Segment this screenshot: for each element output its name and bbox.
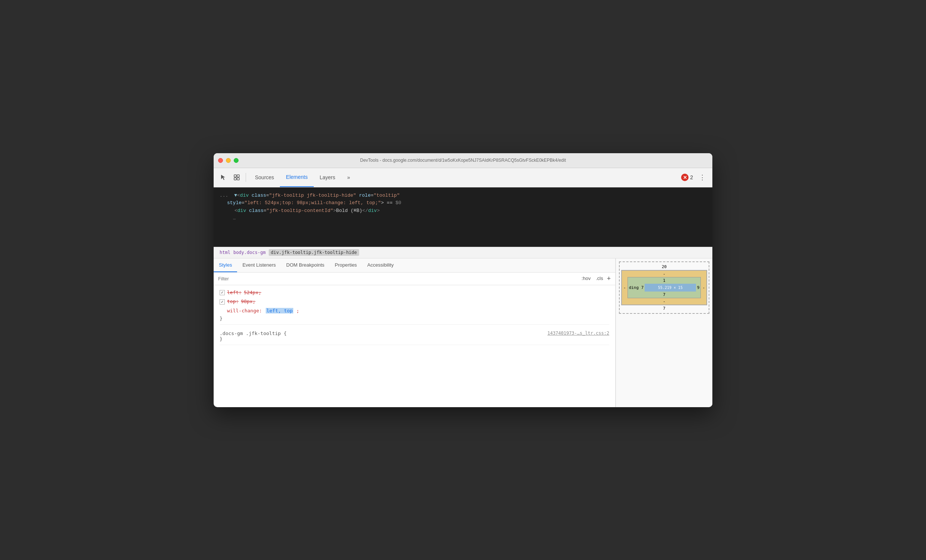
toolbar-separator <box>246 173 246 182</box>
add-rule-button[interactable]: + <box>607 275 611 282</box>
tab-elements[interactable]: Elements <box>280 168 313 187</box>
dom-area: ... ▼ < div class = "jfk-tooltip jfk-too… <box>213 187 713 247</box>
svg-rect-2 <box>234 178 236 180</box>
lower-panel: Styles Event Listeners DOM Breakpoints P… <box>213 258 713 407</box>
more-button[interactable]: ⋮ <box>696 172 709 183</box>
cursor-icon[interactable] <box>217 171 229 183</box>
error-badge[interactable]: ✕ 2 <box>681 174 693 181</box>
svg-rect-1 <box>237 175 239 177</box>
svg-rect-0 <box>234 175 236 177</box>
dom-line-2: style = "left: 524px;top: 98px;will-chan… <box>227 199 707 207</box>
css-value-highlight: left, top <box>266 308 293 314</box>
error-count: 2 <box>690 174 693 180</box>
tab-overflow[interactable]: » <box>341 168 356 187</box>
close-button[interactable] <box>218 158 223 163</box>
css-checkbox-top[interactable]: ✓ <box>219 299 225 305</box>
tab-styles[interactable]: Styles <box>213 258 237 272</box>
styles-panel: Styles Event Listeners DOM Breakpoints P… <box>213 258 616 407</box>
padding-box: 1 ding 7 55.219 × 15 9 <box>628 277 701 298</box>
hov-button[interactable]: :hov <box>580 275 592 282</box>
maximize-button[interactable] <box>234 158 239 163</box>
content-box: 55.219 × 15 <box>645 284 696 291</box>
filter-bar: :hov .cls + <box>213 273 615 285</box>
breadcrumb-html[interactable]: html <box>219 250 230 255</box>
breadcrumb-body[interactable]: body.docs-gm <box>233 250 266 255</box>
minimize-button[interactable] <box>226 158 231 163</box>
css-brace-close: } <box>219 316 609 321</box>
tab-list: Sources Elements Layers » <box>249 168 679 187</box>
window-title: DevTools - docs.google.com/document/d/1w… <box>360 158 566 163</box>
box-model-container: 20 - - 1 <box>619 261 710 314</box>
panel-tabs: Styles Event Listeners DOM Breakpoints P… <box>213 258 615 273</box>
breadcrumb: html body.docs-gm div.jfk-tooltip.jfk-to… <box>213 247 713 258</box>
title-bar: DevTools - docs.google.com/document/d/1w… <box>213 153 713 168</box>
tab-accessibility[interactable]: Accessibility <box>362 258 399 272</box>
css-prop-left: ✓ left: 524px; <box>219 288 609 297</box>
inspector-icon[interactable] <box>231 171 243 183</box>
dom-line-1: ... ▼ < div class = "jfk-tooltip jfk-too… <box>219 192 707 200</box>
toolbar-right: ✕ 2 ⋮ <box>681 172 709 183</box>
margin-box: 20 - - 1 <box>619 261 710 314</box>
error-circle-icon: ✕ <box>681 174 688 181</box>
css-prop-will-change: will-change: left, top ; <box>219 306 609 316</box>
svg-rect-3 <box>237 178 239 180</box>
border-top: - <box>622 271 707 277</box>
filter-input[interactable] <box>218 276 577 281</box>
tab-dom-breakpoints[interactable]: DOM Breakpoints <box>281 258 330 272</box>
css-checkbox-left[interactable]: ✓ <box>219 290 225 295</box>
css-rules-area: ✓ left: 524px; ✓ top: 98px; will-change: <box>213 285 615 407</box>
css-rule-inline: ✓ left: 524px; ✓ top: 98px; will-change: <box>219 288 609 325</box>
dom-line-3: < div class = "jfk-tooltip-contentId" > … <box>235 207 707 215</box>
css-selector: .docs-gm .jfk-tooltip { <box>219 331 287 336</box>
tab-layers[interactable]: Layers <box>314 168 341 187</box>
cls-button[interactable]: .cls <box>595 275 605 282</box>
traffic-lights <box>218 158 239 163</box>
css-rule-2: .docs-gm .jfk-tooltip { 1437401973-…s_lt… <box>219 331 609 345</box>
margin-top: 20 <box>621 264 707 270</box>
toolbar: Sources Elements Layers » ✕ 2 ⋮ <box>213 168 713 187</box>
dom-line-4: … <box>219 215 707 222</box>
tab-event-listeners[interactable]: Event Listeners <box>237 258 281 272</box>
margin-bottom: 7 <box>621 305 707 312</box>
devtools-window: DevTools - docs.google.com/document/d/1w… <box>213 153 713 407</box>
css-rule2-brace-close: } <box>219 336 609 342</box>
css-source-link[interactable]: 1437401973-…s_ltr.css:2 <box>548 331 609 336</box>
breadcrumb-div[interactable]: div.jfk-tooltip.jfk-tooltip-hide <box>269 249 359 256</box>
tab-properties[interactable]: Properties <box>330 258 362 272</box>
tab-sources[interactable]: Sources <box>249 168 280 187</box>
border-box: - - 1 ding 7 <box>621 270 707 305</box>
box-model-panel: 20 - - 1 <box>616 258 713 407</box>
filter-actions: :hov .cls + <box>580 275 611 282</box>
css-prop-top: ✓ top: 98px; <box>219 297 609 306</box>
